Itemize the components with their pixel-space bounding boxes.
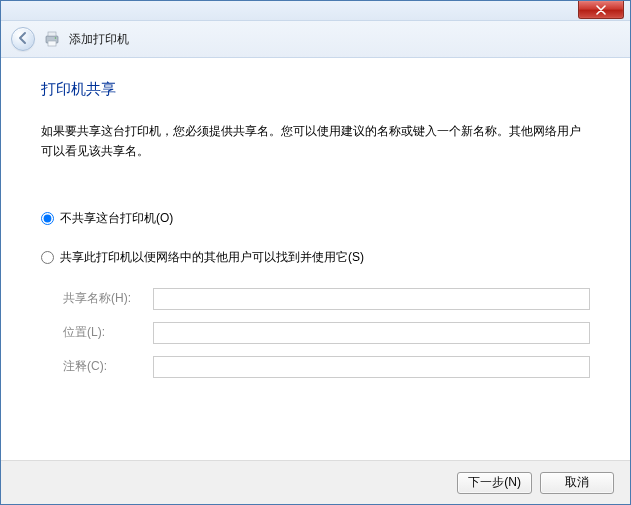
printer-icon	[43, 30, 61, 48]
input-location	[153, 322, 590, 344]
content-area: 打印机共享 如果要共享这台打印机，您必须提供共享名。您可以使用建议的名称或键入一…	[1, 58, 630, 460]
cancel-button[interactable]: 取消	[540, 472, 614, 494]
option-no-share-label: 不共享这台打印机(O)	[60, 210, 173, 227]
wizard-window: 添加打印机 打印机共享 如果要共享这台打印机，您必须提供共享名。您可以使用建议的…	[0, 0, 631, 505]
svg-rect-1	[48, 32, 56, 36]
label-location: 位置(L):	[63, 324, 153, 341]
next-button-label: 下一步(N)	[468, 474, 521, 491]
page-description: 如果要共享这台打印机，您必须提供共享名。您可以使用建议的名称或键入一个新名称。其…	[41, 121, 590, 162]
option-share-label: 共享此打印机以便网络中的其他用户可以找到并使用它(S)	[60, 249, 364, 266]
close-icon	[596, 5, 606, 15]
row-comment: 注释(C):	[63, 356, 590, 378]
option-share[interactable]: 共享此打印机以便网络中的其他用户可以找到并使用它(S)	[41, 249, 590, 266]
back-button[interactable]	[11, 27, 35, 51]
input-comment	[153, 356, 590, 378]
footer: 下一步(N) 取消	[1, 460, 630, 504]
cancel-button-label: 取消	[565, 474, 589, 491]
label-comment: 注释(C):	[63, 358, 153, 375]
page-title: 打印机共享	[41, 80, 590, 99]
option-no-share[interactable]: 不共享这台打印机(O)	[41, 210, 590, 227]
input-share-name	[153, 288, 590, 310]
label-share-name: 共享名称(H):	[63, 290, 153, 307]
svg-rect-2	[48, 41, 56, 46]
radio-no-share[interactable]	[41, 212, 54, 225]
row-share-name: 共享名称(H):	[63, 288, 590, 310]
back-arrow-icon	[16, 31, 30, 48]
svg-point-3	[55, 37, 57, 39]
header-title: 添加打印机	[69, 31, 129, 48]
share-options-group: 不共享这台打印机(O) 共享此打印机以便网络中的其他用户可以找到并使用它(S)	[41, 210, 590, 266]
share-fields: 共享名称(H): 位置(L): 注释(C):	[41, 288, 590, 378]
header-strip: 添加打印机	[1, 21, 630, 58]
radio-share[interactable]	[41, 251, 54, 264]
close-button[interactable]	[578, 1, 624, 19]
row-location: 位置(L):	[63, 322, 590, 344]
titlebar	[1, 1, 630, 21]
next-button[interactable]: 下一步(N)	[457, 472, 532, 494]
